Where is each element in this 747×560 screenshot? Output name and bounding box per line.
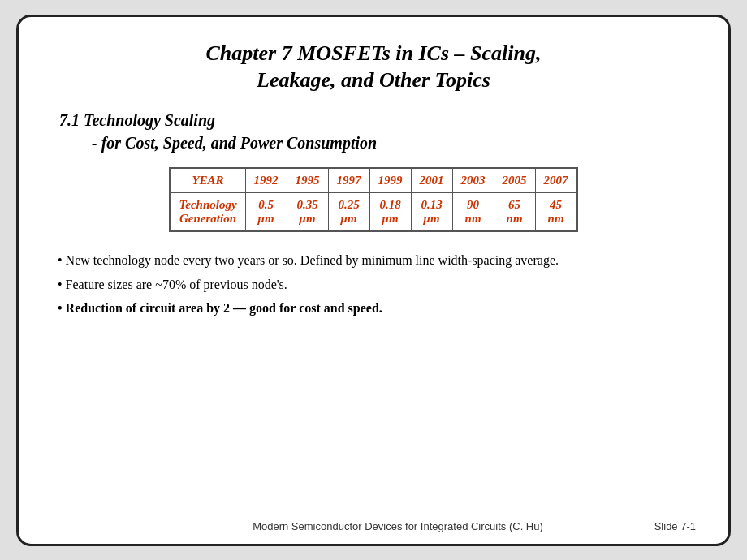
val-2005: 65nm [494,193,535,232]
val-1999: 0.18μm [369,193,411,232]
title-line2: Leakage, and Other Topics [51,67,696,94]
val-1995: 0.35μm [287,193,328,232]
bullet-sym-1: • [58,250,63,271]
year-1995: 1995 [287,168,328,193]
technology-table: YEAR 1992 1995 1997 1999 2001 2003 2005 … [169,167,577,232]
val-2003: 90nm [452,193,494,232]
year-2001: 2001 [411,168,452,193]
tech-gen-label: TechnologyGeneration [170,193,245,232]
table-header-row: YEAR 1992 1995 1997 1999 2001 2003 2005 … [170,168,576,193]
title-line1: Chapter 7 MOSFETs in ICs – Scaling, [51,40,696,67]
bullet-3: • Reduction of circuit area by 2 — good … [58,298,696,319]
section-title: 7.1 Technology Scaling - for Cost, Speed… [59,109,696,154]
year-2005: 2005 [494,168,535,193]
val-2001: 0.13μm [411,193,452,232]
bullet-sym-2: • [58,274,63,295]
year-2007: 2007 [535,168,577,193]
slide-title: Chapter 7 MOSFETs in ICs – Scaling, Leak… [51,40,696,95]
val-1992: 0.5μm [245,193,287,232]
year-2003: 2003 [452,168,494,193]
year-1999: 1999 [369,168,411,193]
year-header: YEAR [170,168,245,193]
bullet-1: • New technology node every two years or… [58,250,696,271]
slide: Chapter 7 MOSFETs in ICs – Scaling, Leak… [16,15,731,546]
bullet-text-3: Reduction of circuit area by 2 — good fo… [66,298,382,319]
section-title-line1: 7.1 Technology Scaling [59,109,696,131]
table-wrapper: YEAR 1992 1995 1997 1999 2001 2003 2005 … [51,167,696,232]
year-1997: 1997 [328,168,369,193]
footer-text: Modern Semiconductor Devices for Integra… [19,520,728,532]
val-2007: 45nm [535,193,577,232]
bullet-text-1: New technology node every two years or s… [66,250,559,271]
val-1997: 0.25μm [328,193,369,232]
footer: Modern Semiconductor Devices for Integra… [19,520,728,532]
bullets-section: • New technology node every two years or… [58,250,696,322]
section-title-line2: - for Cost, Speed, and Power Consumption [59,131,696,154]
year-1992: 1992 [245,168,287,193]
bullet-text-2: Feature sizes are ~70% of previous node'… [66,274,287,295]
bullet-2: • Feature sizes are ~70% of previous nod… [58,274,696,295]
slide-number: Slide 7-1 [654,520,696,532]
table-data-row: TechnologyGeneration 0.5μm 0.35μm 0.25μm… [170,193,576,232]
bullet-sym-3: • [58,298,63,319]
